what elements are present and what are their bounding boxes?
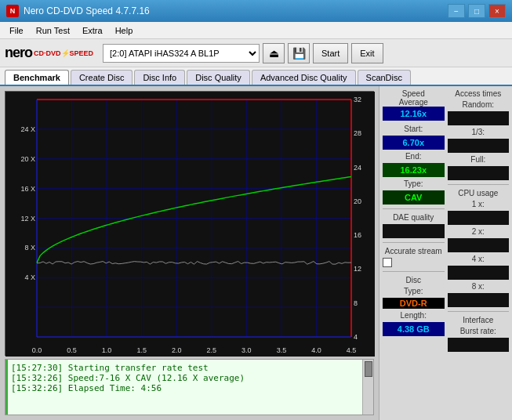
title-bar: N Nero CD-DVD Speed 4.7.7.16 − □ × (0, 0, 512, 22)
access-times-label: Access times (448, 89, 510, 98)
save-icon[interactable]: 💾 (288, 43, 310, 63)
speed-label: Speed (383, 89, 445, 98)
menu-runtest[interactable]: Run Test (30, 24, 76, 37)
8x-value (448, 293, 510, 307)
start-label: Start: (383, 125, 445, 133)
menu-help[interactable]: Help (109, 24, 140, 37)
speed-chart (5, 92, 375, 357)
log-line-1: [15:27:30] Starting transfer rate test (11, 363, 359, 373)
speed-column: Speed Average 12.16x Start: 6.70x End: 1… (383, 89, 445, 352)
1x-value (448, 211, 510, 225)
full-value (448, 166, 510, 180)
cpu-usage-label: CPU usage (448, 189, 510, 197)
disc-length-label: Length: (383, 311, 445, 320)
menu-file[interactable]: File (3, 24, 30, 37)
nero-subtitle: CD·DVD⚡SPEED (34, 49, 93, 57)
burst-rate-value (448, 338, 510, 352)
log-area: [15:27:30] Starting transfer rate test [… (5, 359, 374, 415)
log-scroll-thumb[interactable] (365, 361, 372, 377)
4x-value (448, 266, 510, 280)
nero-logo: nero CD·DVD⚡SPEED (5, 45, 93, 61)
disc-length-value: 4.38 GB (383, 322, 445, 336)
8x-label: 8 x: (448, 282, 510, 291)
nero-wordmark: nero (5, 45, 32, 61)
average-label: Average (383, 98, 445, 107)
average-value: 12.16x (383, 107, 445, 121)
exit-button[interactable]: Exit (351, 43, 383, 63)
access-cpu-column: Access times Random: 1/3: Full: CPU usag… (448, 89, 510, 352)
maximize-button[interactable]: □ (468, 4, 485, 18)
disc-type-value: DVD-R (383, 298, 445, 309)
2x-label: 2 x: (448, 227, 510, 236)
tab-benchmark[interactable]: Benchmark (5, 70, 69, 85)
close-button[interactable]: × (488, 4, 506, 18)
accurate-stream-label: Accurate stream (383, 247, 445, 255)
app-icon: N (6, 5, 19, 17)
random-value (448, 111, 510, 125)
speed-group: Speed Average 12.16x (383, 89, 445, 121)
full-label: Full: (448, 155, 510, 164)
tab-disc-quality[interactable]: Disc Quality (187, 70, 250, 85)
dae-quality-value (383, 224, 445, 238)
minimize-button[interactable]: − (448, 4, 465, 18)
main-content: [15:27:30] Starting transfer rate test [… (0, 86, 512, 420)
drive-select[interactable]: [2:0] ATAPI iHAS324 A BL1P (103, 44, 260, 63)
end-value: 16.23x (383, 163, 445, 177)
log-line-2: [15:32:26] Speed:7-16 X CAV (12.16 X ave… (11, 373, 359, 383)
tab-disc-info[interactable]: Disc Info (134, 70, 185, 85)
1x-label: 1 x: (448, 200, 510, 208)
log-content: [15:27:30] Starting transfer rate test [… (5, 360, 362, 415)
end-label: End: (383, 152, 445, 161)
interface-label: Interface (448, 316, 510, 324)
type-label: Type: (383, 179, 445, 188)
tabs: Benchmark Create Disc Disc Info Disc Qua… (0, 67, 512, 86)
disc-label: Disc (383, 276, 445, 284)
accurate-stream-row (383, 258, 445, 267)
log-scrollbar[interactable] (362, 360, 373, 415)
chart-area: [15:27:30] Starting transfer rate test [… (0, 86, 379, 420)
tab-create-disc[interactable]: Create Disc (71, 70, 133, 85)
title-bar-title: Nero CD-DVD Speed 4.7.7.16 (24, 5, 448, 16)
tab-advanced-disc-quality[interactable]: Advanced Disc Quality (252, 70, 356, 85)
toolbar: nero CD·DVD⚡SPEED [2:0] ATAPI iHAS324 A … (0, 39, 512, 67)
tab-scandisc[interactable]: ScanDisc (358, 70, 411, 85)
menu-extra[interactable]: Extra (76, 24, 109, 37)
random-label: Random: (448, 100, 510, 109)
eject-icon[interactable]: ⏏ (263, 43, 285, 63)
2x-value (448, 238, 510, 252)
stats-columns: Speed Average 12.16x Start: 6.70x End: 1… (383, 89, 509, 352)
type-value: CAV (383, 190, 445, 205)
one-third-label: 1/3: (448, 128, 510, 136)
disc-type-label: Type: (383, 287, 445, 295)
one-third-value (448, 139, 510, 153)
4x-label: 4 x: (448, 255, 510, 263)
menu-bar: File Run Test Extra Help (0, 22, 512, 39)
start-value: 6.70x (383, 136, 445, 150)
accurate-stream-checkbox[interactable] (383, 258, 392, 267)
burst-rate-label: Burst rate: (448, 327, 510, 335)
dae-quality-label: DAE quality (383, 213, 445, 222)
window-controls: − □ × (448, 4, 506, 18)
right-panel: Speed Average 12.16x Start: 6.70x End: 1… (379, 86, 512, 420)
log-line-3: [15:32:26] Elapsed Time: 4:56 (11, 383, 359, 393)
start-button[interactable]: Start (313, 43, 348, 63)
chart-container (5, 91, 374, 356)
